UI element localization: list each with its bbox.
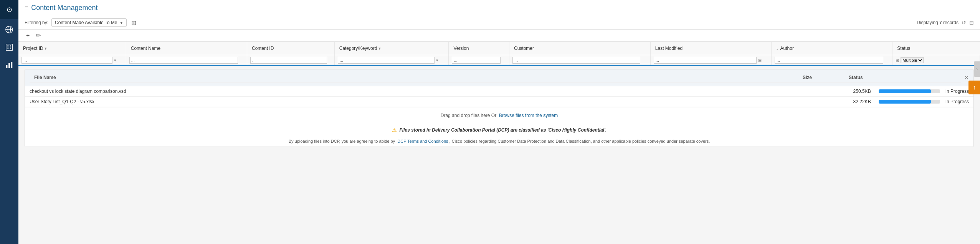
filter-project-id: ▾ [18, 55, 126, 66]
col-customer: Customer [509, 42, 651, 55]
globe-icon [5, 25, 13, 34]
filter-status-select[interactable]: Multiple [901, 57, 924, 63]
upload-icon: ↑ [973, 84, 976, 91]
status-text-2: In Progress [945, 99, 969, 104]
browse-link[interactable]: Browse files from the system [499, 113, 558, 118]
col-content-id: Content ID [247, 42, 334, 55]
col-author: ↓ Author [772, 42, 892, 55]
logo-icon: ⊙ [7, 5, 12, 14]
svg-rect-3 [6, 44, 13, 51]
table-filter-row: ▾ ▾ [18, 55, 980, 66]
filter-category-input[interactable] [338, 57, 435, 64]
filter-customer-input[interactable] [512, 57, 640, 64]
filter-project-id-input[interactable] [21, 57, 112, 64]
svg-rect-10 [11, 62, 13, 68]
col-size: Size [803, 75, 849, 80]
filter-project-id-dropdown-btn[interactable]: ▾ [114, 58, 116, 63]
progress-fill-1 [879, 89, 931, 93]
upload-panel: File Name Size Status ✕ checkout vs lock… [25, 69, 974, 147]
filter-category-dropdown-btn[interactable]: ▾ [436, 58, 438, 63]
filter-dropdown-arrow-icon: ▼ [119, 21, 123, 25]
upload-warning: ⚠ Files stored in Delivery Collaboration… [25, 124, 973, 136]
filter-customer [509, 55, 651, 66]
status-text-1: In Progress [945, 89, 969, 94]
svg-rect-4 [7, 45, 8, 46]
filter-last-modified-calendar-btn[interactable]: ⊞ [758, 58, 762, 63]
filter-author-input[interactable] [775, 57, 883, 64]
file-status-2: In Progress [879, 99, 969, 104]
close-panel-icon[interactable]: ✕ [964, 74, 969, 81]
main-content: ≡ Content Management Filtering by: Conte… [18, 0, 980, 244]
warning-icon: ⚠ [392, 127, 397, 133]
sort-down-icon: ↓ [776, 46, 778, 51]
filter-status: ⊞ Multiple [892, 55, 980, 66]
dropzone-text: Drag and drop files here Or [441, 113, 496, 118]
col-category-keyword: Category/Keyword ▾ [334, 42, 449, 55]
filter-last-modified: ⊞ [650, 55, 771, 66]
records-label: Displaying 7 records [917, 20, 959, 25]
col-category-dropdown-icon[interactable]: ▾ [378, 46, 381, 51]
warning-text: Files stored in Delivery Collaboration P… [399, 127, 607, 133]
page-title-text: Content Management [31, 4, 98, 12]
building-icon [5, 43, 13, 51]
filter-content-id [247, 55, 334, 66]
col-project-id: Project ID ▾ [18, 42, 126, 55]
refresh-icon[interactable]: ↺ [962, 20, 966, 26]
page-header: ≡ Content Management [18, 0, 980, 16]
add-button[interactable]: + [25, 31, 31, 40]
filter-records-info: Displaying 7 records ↺ ⊟ [917, 20, 974, 26]
filter-status-grid-icon: ⊞ [896, 58, 899, 63]
filter-grid-icon[interactable]: ⊞ [131, 19, 136, 26]
svg-rect-7 [10, 48, 11, 49]
filter-version [449, 55, 509, 66]
filter-bar: Filtering by: Content Made Available To … [18, 16, 980, 30]
chevron-right-icon: › [976, 67, 978, 71]
terms-prefix: By uploading files into DCP, you are agr… [289, 139, 395, 143]
svg-rect-8 [6, 65, 8, 68]
filter-content-name-input[interactable] [129, 57, 238, 64]
svg-rect-6 [7, 48, 8, 49]
file-name-1: checkout vs lock state diagram compariso… [30, 89, 853, 94]
file-status-1: In Progress [879, 89, 969, 94]
filter-content-name [126, 55, 247, 66]
terms-link[interactable]: DCP Terms and Conditions [397, 139, 448, 143]
filter-last-modified-input[interactable] [654, 57, 757, 64]
col-file-name: File Name [34, 75, 803, 80]
sidebar-logo[interactable]: ⊙ [0, 0, 18, 19]
filter-content-id-input[interactable] [250, 57, 327, 64]
hamburger-icon: ≡ [25, 5, 28, 12]
filter-category: ▾ [334, 55, 449, 66]
right-arrow-tab[interactable]: › [974, 61, 980, 77]
file-size-2: 32.22KB [853, 99, 879, 104]
edit-button[interactable]: ✏ [34, 31, 42, 40]
filter-author [772, 55, 892, 66]
svg-rect-5 [10, 45, 11, 46]
file-name-2: User Story List_Q1-Q2 - v5.xlsx [30, 99, 853, 104]
col-content-name: Content Name [126, 42, 247, 55]
data-table: Project ID ▾ Content Name Content ID Cat… [18, 42, 980, 66]
sidebar-item-globe[interactable] [0, 21, 18, 38]
page-title: ≡ Content Management [25, 4, 98, 12]
upload-terms: By uploading files into DCP, you are agr… [25, 136, 973, 147]
col-last-modified: Last Modified [650, 42, 771, 55]
progress-bar-2 [879, 100, 940, 104]
svg-rect-9 [8, 63, 10, 68]
filter-version-input[interactable] [452, 57, 501, 64]
col-status: Status [892, 42, 980, 55]
upload-tab[interactable]: ↑ [968, 81, 980, 94]
sidebar-item-chart[interactable] [0, 56, 18, 74]
filter-dropdown[interactable]: Content Made Available To Me ▼ [51, 18, 127, 27]
sidebar: ⊙ [0, 0, 18, 244]
filter-value: Content Made Available To Me [55, 20, 117, 25]
col-project-id-dropdown-icon[interactable]: ▾ [45, 46, 47, 51]
terms-suffix: , Cisco policies regarding Customer Data… [450, 139, 710, 143]
table-header-row: Project ID ▾ Content Name Content ID Cat… [18, 42, 980, 55]
upload-file-row-2: User Story List_Q1-Q2 - v5.xlsx 32.22KB … [25, 97, 973, 107]
columns-icon[interactable]: ⊟ [969, 20, 974, 26]
chart-icon [5, 61, 13, 69]
file-size-1: 250.5KB [853, 89, 879, 94]
sidebar-item-building[interactable] [0, 38, 18, 56]
col-version: Version [449, 42, 509, 55]
toolbar: + ✏ [18, 30, 980, 42]
progress-bar-1 [879, 89, 940, 93]
